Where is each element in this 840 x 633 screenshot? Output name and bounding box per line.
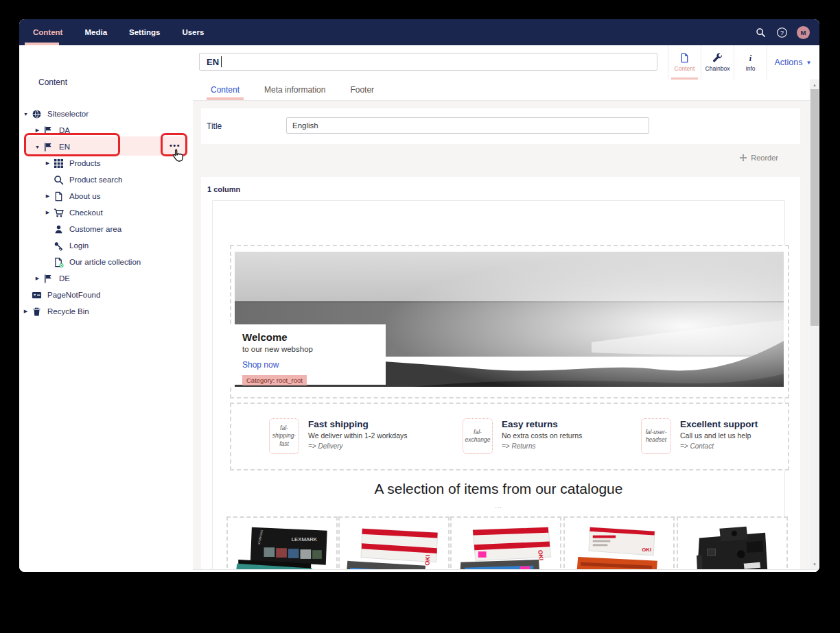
reorder-button[interactable]: Reorder	[739, 154, 778, 162]
tree-item-our-article-collection[interactable]: Our article collection	[19, 254, 217, 270]
feature-excellent-support: fal-user-headset Excellent support Call …	[641, 418, 758, 454]
user-avatar[interactable]: M	[797, 26, 810, 39]
reorder-label: Reorder	[751, 154, 778, 162]
scrollbar-thumb[interactable]	[810, 89, 819, 326]
document-name-input[interactable]	[199, 53, 657, 71]
nav-label: Users	[182, 28, 204, 36]
wrench-icon	[712, 53, 723, 63]
product-cell[interactable]: OKI	[563, 516, 675, 569]
caret-right-icon[interactable]: ▶	[33, 276, 42, 281]
product-image-oki-drum-unit: OKI	[568, 522, 670, 569]
app-button-chainbox[interactable]: Chainbox	[701, 45, 734, 80]
shop-now-link[interactable]: Shop now	[242, 360, 386, 370]
tree-item-label: Customer area	[69, 225, 121, 233]
tree-item-label: DE	[59, 274, 70, 283]
svg-text:OKI: OKI	[642, 547, 651, 553]
svg-text:?: ?	[780, 29, 784, 36]
person-icon	[54, 224, 64, 235]
tree-item-checkout[interactable]: ▶ Checkout	[19, 204, 217, 221]
title-field-input[interactable]	[286, 117, 649, 134]
title-property-panel: Title	[201, 108, 800, 144]
umbraco-backoffice-window: Content Media Settings Users ? M Content…	[19, 19, 819, 572]
text-cursor	[221, 56, 222, 67]
app-button-info[interactable]: i Info	[734, 45, 767, 80]
vertical-scrollbar[interactable]: ▲ ▼	[810, 80, 819, 569]
tree-item-label: PageNotFound	[47, 291, 100, 299]
nav-item-content[interactable]: Content	[22, 19, 73, 45]
feature-link[interactable]: => Contact	[680, 442, 758, 450]
app-button-label: Chainbox	[705, 65, 730, 72]
tree-item-products[interactable]: ▶ Products	[19, 155, 217, 171]
product-image-lexmark-toner: LEXMARK X748H1KG	[231, 522, 333, 569]
tree-item-da[interactable]: ▶ DA	[19, 122, 207, 139]
tree-item-label: Siteselector	[47, 110, 89, 118]
search-icon	[54, 175, 64, 185]
tree-item-pagenotfound[interactable]: PageNotFound	[19, 287, 195, 303]
scroll-up-arrow[interactable]: ▲	[810, 81, 819, 89]
feature-easy-returns: fal-exchange Easy returns No extra costs…	[463, 418, 582, 454]
info-icon: i	[745, 53, 756, 63]
product-cell[interactable]	[677, 516, 788, 569]
tab-content[interactable]: Content	[211, 80, 240, 100]
tree-item-login[interactable]: Login	[19, 237, 217, 254]
feature-description: We deliver within 1-2 workdays	[308, 431, 408, 440]
svg-text:OKI: OKI	[537, 550, 544, 561]
tab-footer[interactable]: Footer	[350, 80, 374, 100]
tree-item-label: Product search	[69, 176, 122, 184]
actions-label: Actions	[775, 58, 803, 67]
editor-footer-bar: Siteselector / EN Save and preview Save …	[193, 569, 819, 572]
feature-description: No extra costs on returns	[502, 431, 582, 440]
search-icon[interactable]	[754, 26, 767, 38]
caret-right-icon[interactable]: ▶	[21, 309, 30, 314]
tree-item-recycle-bin[interactable]: ▶ Recycle Bin	[19, 303, 195, 320]
hero-subheading: to our new webshop	[242, 345, 386, 353]
content-tree-sidebar: Content ▼ Siteselector ▶ DA ▼ EN ▶ Produ…	[19, 45, 194, 572]
nav-item-media[interactable]: Media	[73, 19, 118, 45]
move-icon	[739, 154, 747, 162]
tree-item-siteselector[interactable]: ▼ Siteselector	[19, 106, 195, 122]
feature-link[interactable]: => Delivery	[308, 442, 408, 450]
product-cell[interactable]: OKI	[338, 516, 450, 569]
product-cell[interactable]: OKI	[450, 516, 561, 569]
flag-icon	[43, 126, 54, 136]
tree-item-label: DA	[59, 126, 70, 134]
product-image-oki-toner-black: OKI	[343, 522, 445, 569]
top-navigation-bar: Content Media Settings Users ? M	[19, 19, 819, 45]
scroll-down-arrow[interactable]: ▼	[810, 560, 819, 569]
feature-link[interactable]: => Returns	[502, 442, 582, 450]
nav-label: Media	[84, 28, 107, 36]
document-add-icon	[54, 257, 64, 267]
feature-icon-placeholder: fal-exchange	[463, 418, 493, 454]
help-icon[interactable]: ?	[775, 26, 788, 38]
grid-row-features[interactable]: fal-shipping-fast Fast shipping We deliv…	[230, 403, 789, 470]
actions-dropdown-button[interactable]: Actions ▼	[767, 45, 819, 80]
product-cell[interactable]: LEXMARK X748H1KG	[226, 516, 338, 569]
tree-item-customer-area[interactable]: Customer area	[19, 221, 217, 237]
section-nav: Content Media Settings Users	[22, 19, 215, 45]
cart-icon	[54, 208, 64, 218]
hero-welcome-card: Welcome to our new webshop Shop now Cate…	[230, 324, 386, 385]
caret-right-icon[interactable]: ▶	[43, 210, 52, 215]
nav-item-users[interactable]: Users	[171, 19, 215, 45]
caret-down-icon[interactable]: ▼	[33, 145, 42, 150]
caret-right-icon[interactable]: ▶	[33, 128, 42, 133]
nav-label: Settings	[129, 28, 160, 36]
app-button-content[interactable]: Content	[668, 45, 701, 80]
tree-item-about-us[interactable]: ▶ About us	[19, 188, 217, 204]
tree-item-label: Checkout	[69, 208, 103, 217]
feature-title: Excellent support	[680, 419, 758, 429]
caret-right-icon[interactable]: ▶	[43, 193, 52, 199]
document-icon	[54, 191, 64, 202]
hero-heading: Welcome	[242, 331, 386, 343]
document-icon	[679, 53, 690, 63]
flag-icon	[43, 274, 54, 284]
tree-item-de[interactable]: ▶ DE	[19, 270, 207, 287]
tree-item-product-search[interactable]: Product search	[19, 171, 217, 188]
catalogue-heading: A selection of items from our catalogue	[213, 481, 784, 497]
nav-item-settings[interactable]: Settings	[118, 19, 171, 45]
tree-item-label: Recycle Bin	[47, 307, 89, 315]
grid-row-hero[interactable]: Welcome to our new webshop Shop now Cate…	[230, 245, 789, 398]
tab-meta-information[interactable]: Meta information	[264, 80, 325, 100]
caret-right-icon[interactable]: ▶	[43, 160, 52, 166]
caret-down-icon[interactable]: ▼	[21, 112, 30, 117]
